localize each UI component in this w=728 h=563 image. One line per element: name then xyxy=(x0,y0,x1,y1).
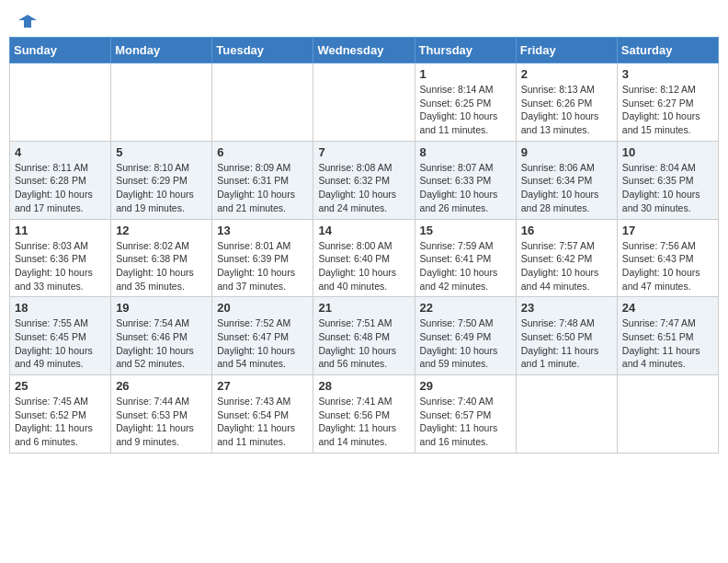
calendar-cell xyxy=(516,375,617,454)
calendar-cell: 7Sunrise: 8:08 AMSunset: 6:32 PMDaylight… xyxy=(313,141,415,219)
calendar-cell: 9Sunrise: 8:06 AMSunset: 6:34 PMDaylight… xyxy=(516,141,617,219)
calendar-cell: 29Sunrise: 7:40 AMSunset: 6:57 PMDayligh… xyxy=(415,375,516,454)
calendar-cell: 26Sunrise: 7:44 AMSunset: 6:53 PMDayligh… xyxy=(111,375,212,454)
day-number: 6 xyxy=(217,145,308,159)
day-number: 16 xyxy=(521,224,612,237)
day-number: 18 xyxy=(15,301,106,315)
logo xyxy=(15,13,37,26)
calendar-cell: 6Sunrise: 8:09 AMSunset: 6:31 PMDaylight… xyxy=(212,141,313,219)
day-info: Sunrise: 8:06 AMSunset: 6:34 PMDaylight:… xyxy=(521,161,612,215)
calendar-week-row: 18Sunrise: 7:55 AMSunset: 6:45 PMDayligh… xyxy=(10,297,719,375)
calendar-cell: 8Sunrise: 8:07 AMSunset: 6:33 PMDaylight… xyxy=(415,141,516,219)
calendar-week-row: 4Sunrise: 8:11 AMSunset: 6:28 PMDaylight… xyxy=(10,141,719,219)
day-number: 26 xyxy=(116,379,207,393)
day-info: Sunrise: 8:11 AMSunset: 6:28 PMDaylight:… xyxy=(15,161,106,215)
calendar-header-thursday: Thursday xyxy=(415,38,516,63)
day-number: 4 xyxy=(15,145,106,159)
day-number: 2 xyxy=(521,67,612,81)
day-info: Sunrise: 8:04 AMSunset: 6:35 PMDaylight:… xyxy=(622,161,713,215)
header xyxy=(9,9,719,29)
calendar-cell: 5Sunrise: 8:10 AMSunset: 6:29 PMDaylight… xyxy=(111,141,212,219)
day-info: Sunrise: 7:40 AMSunset: 6:57 PMDaylight:… xyxy=(420,395,511,449)
calendar-cell: 2Sunrise: 8:13 AMSunset: 6:26 PMDaylight… xyxy=(516,63,617,142)
calendar-cell: 18Sunrise: 7:55 AMSunset: 6:45 PMDayligh… xyxy=(10,297,111,375)
calendar-table: SundayMondayTuesdayWednesdayThursdayFrid… xyxy=(9,37,719,454)
calendar-week-row: 11Sunrise: 8:03 AMSunset: 6:36 PMDayligh… xyxy=(10,219,719,297)
day-number: 24 xyxy=(622,301,713,315)
day-info: Sunrise: 7:44 AMSunset: 6:53 PMDaylight:… xyxy=(116,395,207,449)
day-info: Sunrise: 7:56 AMSunset: 6:43 PMDaylight:… xyxy=(622,239,713,293)
calendar-header-tuesday: Tuesday xyxy=(212,38,313,63)
day-info: Sunrise: 8:02 AMSunset: 6:38 PMDaylight:… xyxy=(116,239,207,293)
day-number: 28 xyxy=(318,379,409,393)
calendar-cell: 13Sunrise: 8:01 AMSunset: 6:39 PMDayligh… xyxy=(212,219,313,297)
calendar-week-row: 1Sunrise: 8:14 AMSunset: 6:25 PMDaylight… xyxy=(10,63,719,142)
day-info: Sunrise: 7:41 AMSunset: 6:56 PMDaylight:… xyxy=(318,395,409,449)
calendar-cell: 25Sunrise: 7:45 AMSunset: 6:52 PMDayligh… xyxy=(10,375,111,454)
day-info: Sunrise: 8:10 AMSunset: 6:29 PMDaylight:… xyxy=(116,161,207,215)
day-number: 11 xyxy=(15,224,106,237)
day-number: 12 xyxy=(116,224,207,237)
day-info: Sunrise: 8:01 AMSunset: 6:39 PMDaylight:… xyxy=(217,239,308,293)
day-number: 14 xyxy=(318,224,409,237)
day-info: Sunrise: 7:47 AMSunset: 6:51 PMDaylight:… xyxy=(622,316,713,371)
day-info: Sunrise: 7:45 AMSunset: 6:52 PMDaylight:… xyxy=(15,395,106,449)
calendar-week-row: 25Sunrise: 7:45 AMSunset: 6:52 PMDayligh… xyxy=(10,375,719,454)
day-info: Sunrise: 8:08 AMSunset: 6:32 PMDaylight:… xyxy=(318,161,409,215)
day-info: Sunrise: 7:51 AMSunset: 6:48 PMDaylight:… xyxy=(318,316,409,371)
calendar-cell: 14Sunrise: 8:00 AMSunset: 6:40 PMDayligh… xyxy=(313,219,415,297)
calendar-cell: 15Sunrise: 7:59 AMSunset: 6:41 PMDayligh… xyxy=(415,219,516,297)
day-number: 21 xyxy=(318,301,409,315)
calendar-cell: 20Sunrise: 7:52 AMSunset: 6:47 PMDayligh… xyxy=(212,297,313,375)
day-info: Sunrise: 8:12 AMSunset: 6:27 PMDaylight:… xyxy=(622,83,713,137)
calendar-cell xyxy=(212,63,313,142)
calendar-header-row: SundayMondayTuesdayWednesdayThursdayFrid… xyxy=(10,38,719,63)
calendar-header-saturday: Saturday xyxy=(617,38,718,63)
calendar-cell: 11Sunrise: 8:03 AMSunset: 6:36 PMDayligh… xyxy=(10,219,111,297)
day-info: Sunrise: 8:14 AMSunset: 6:25 PMDaylight:… xyxy=(420,83,511,137)
day-number: 8 xyxy=(420,145,511,159)
day-number: 13 xyxy=(217,224,308,237)
day-number: 20 xyxy=(217,301,308,315)
day-info: Sunrise: 7:43 AMSunset: 6:54 PMDaylight:… xyxy=(217,395,308,449)
calendar-cell: 1Sunrise: 8:14 AMSunset: 6:25 PMDaylight… xyxy=(415,63,516,142)
day-number: 19 xyxy=(116,301,207,315)
day-info: Sunrise: 7:55 AMSunset: 6:45 PMDaylight:… xyxy=(15,316,106,371)
day-number: 25 xyxy=(15,379,106,393)
calendar-cell xyxy=(111,63,212,142)
day-number: 27 xyxy=(217,379,308,393)
calendar-cell: 4Sunrise: 8:11 AMSunset: 6:28 PMDaylight… xyxy=(10,141,111,219)
day-info: Sunrise: 7:59 AMSunset: 6:41 PMDaylight:… xyxy=(420,239,511,293)
day-number: 22 xyxy=(420,301,511,315)
calendar-cell xyxy=(313,63,415,142)
calendar-header-sunday: Sunday xyxy=(10,38,111,63)
day-number: 7 xyxy=(318,145,409,159)
calendar-cell: 10Sunrise: 8:04 AMSunset: 6:35 PMDayligh… xyxy=(617,141,718,219)
day-number: 29 xyxy=(420,379,511,393)
calendar-cell: 17Sunrise: 7:56 AMSunset: 6:43 PMDayligh… xyxy=(617,219,718,297)
day-info: Sunrise: 8:03 AMSunset: 6:36 PMDaylight:… xyxy=(15,239,106,293)
day-info: Sunrise: 8:09 AMSunset: 6:31 PMDaylight:… xyxy=(217,161,308,215)
calendar-cell: 21Sunrise: 7:51 AMSunset: 6:48 PMDayligh… xyxy=(313,297,415,375)
day-info: Sunrise: 7:52 AMSunset: 6:47 PMDaylight:… xyxy=(217,316,308,371)
day-number: 1 xyxy=(420,67,511,81)
day-number: 10 xyxy=(622,145,713,159)
day-info: Sunrise: 7:50 AMSunset: 6:49 PMDaylight:… xyxy=(420,316,511,371)
day-info: Sunrise: 8:13 AMSunset: 6:26 PMDaylight:… xyxy=(521,83,612,137)
day-number: 15 xyxy=(420,224,511,237)
day-info: Sunrise: 8:07 AMSunset: 6:33 PMDaylight:… xyxy=(420,161,511,215)
calendar-cell: 16Sunrise: 7:57 AMSunset: 6:42 PMDayligh… xyxy=(516,219,617,297)
day-number: 23 xyxy=(521,301,612,315)
calendar-cell: 24Sunrise: 7:47 AMSunset: 6:51 PMDayligh… xyxy=(617,297,718,375)
day-info: Sunrise: 8:00 AMSunset: 6:40 PMDaylight:… xyxy=(318,239,409,293)
calendar-cell xyxy=(617,375,718,454)
calendar-cell: 22Sunrise: 7:50 AMSunset: 6:49 PMDayligh… xyxy=(415,297,516,375)
calendar-cell: 12Sunrise: 8:02 AMSunset: 6:38 PMDayligh… xyxy=(111,219,212,297)
day-number: 17 xyxy=(622,224,713,237)
day-number: 9 xyxy=(521,145,612,159)
calendar-cell: 3Sunrise: 8:12 AMSunset: 6:27 PMDaylight… xyxy=(617,63,718,142)
logo-bird-icon xyxy=(18,13,37,29)
calendar-header-monday: Monday xyxy=(111,38,212,63)
calendar-cell: 23Sunrise: 7:48 AMSunset: 6:50 PMDayligh… xyxy=(516,297,617,375)
day-number: 5 xyxy=(116,145,207,159)
